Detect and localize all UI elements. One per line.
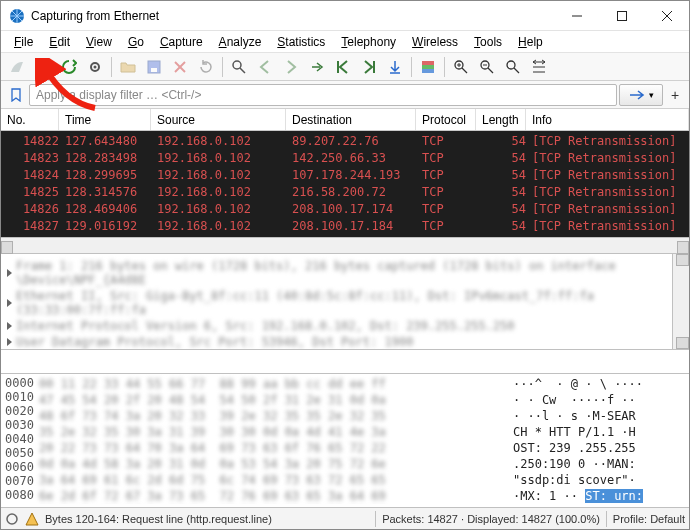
resize-columns-button[interactable] xyxy=(527,55,551,79)
menu-edit[interactable]: Edit xyxy=(42,33,77,51)
minimize-button[interactable] xyxy=(554,1,599,30)
menu-analyze[interactable]: Analyze xyxy=(212,33,269,51)
svg-rect-17 xyxy=(422,61,434,65)
zoom-in-button[interactable] xyxy=(449,55,473,79)
save-file-button[interactable] xyxy=(142,55,166,79)
go-first-button[interactable] xyxy=(331,55,355,79)
colorize-button[interactable] xyxy=(416,55,440,79)
column-time[interactable]: Time xyxy=(59,109,151,130)
packet-list-header: No. Time Source Destination Protocol Len… xyxy=(1,109,689,131)
toolbar-separator xyxy=(111,57,112,77)
status-ready-icon xyxy=(5,512,19,526)
capture-options-button[interactable] xyxy=(83,55,107,79)
svg-rect-19 xyxy=(422,69,434,73)
svg-rect-5 xyxy=(37,61,49,73)
arrow-right-icon xyxy=(283,59,299,75)
reload-button[interactable] xyxy=(194,55,218,79)
stop-icon xyxy=(35,59,51,75)
colorize-icon xyxy=(420,59,436,75)
column-no[interactable]: No. xyxy=(1,109,59,130)
menu-go[interactable]: Go xyxy=(121,33,151,51)
menu-telephony[interactable]: Telephony xyxy=(334,33,403,51)
svg-point-27 xyxy=(507,61,515,69)
filter-expression-button[interactable]: ▾ xyxy=(619,84,663,106)
display-filter-input[interactable] xyxy=(29,84,617,106)
autoscroll-icon xyxy=(387,59,403,75)
start-capture-button[interactable] xyxy=(5,55,29,79)
menu-view[interactable]: View xyxy=(79,33,119,51)
auto-scroll-button[interactable] xyxy=(383,55,407,79)
toolbar-separator xyxy=(411,57,412,77)
search-icon xyxy=(231,59,247,75)
column-protocol[interactable]: Protocol xyxy=(416,109,476,130)
zoom-reset-icon xyxy=(505,59,521,75)
packet-bytes-pane[interactable]: 000000100020003000400050006000700080 00 … xyxy=(1,374,689,504)
packet-list[interactable]: 14822127.643480192.168.0.10289.207.22.76… xyxy=(1,131,689,237)
menu-wireless[interactable]: Wireless xyxy=(405,33,465,51)
resize-columns-icon xyxy=(531,59,547,75)
close-file-button[interactable] xyxy=(168,55,192,79)
titlebar: Capturing from Ethernet xyxy=(1,1,689,31)
find-packet-button[interactable] xyxy=(227,55,251,79)
zoom-out-button[interactable] xyxy=(475,55,499,79)
restart-capture-button[interactable] xyxy=(57,55,81,79)
close-button[interactable] xyxy=(644,1,689,30)
app-icon xyxy=(9,8,25,24)
table-row[interactable]: 14826128.469406192.168.0.102208.100.17.1… xyxy=(1,201,689,218)
menu-help[interactable]: Help xyxy=(511,33,550,51)
save-icon xyxy=(146,59,162,75)
column-source[interactable]: Source xyxy=(151,109,286,130)
menu-tools[interactable]: Tools xyxy=(467,33,509,51)
svg-rect-9 xyxy=(151,68,157,72)
zoom-out-icon xyxy=(479,59,495,75)
svg-point-7 xyxy=(94,65,97,68)
table-row[interactable]: 14827129.016192192.168.0.102208.100.17.1… xyxy=(1,218,689,235)
details-scrollbar[interactable] xyxy=(672,254,689,349)
status-profile[interactable]: Profile: Default xyxy=(613,513,685,525)
add-filter-button[interactable]: + xyxy=(665,84,685,106)
go-last-button[interactable] xyxy=(357,55,381,79)
packet-list-scrollbar[interactable] xyxy=(1,237,689,254)
expert-info-icon[interactable] xyxy=(25,512,39,526)
pane-spacer xyxy=(1,350,689,374)
column-info[interactable]: Info xyxy=(526,109,689,130)
svg-point-12 xyxy=(233,61,241,69)
hex-bytes: 00 11 22 33 44 55 66 77 88 99 aa bb cc d… xyxy=(35,374,509,504)
details-row[interactable]: User Datagram Protocol, Src Port: 53946,… xyxy=(7,334,683,350)
go-first-icon xyxy=(335,59,351,75)
status-bar: Bytes 120-164: Request line (http.reques… xyxy=(1,507,689,529)
toolbar-separator xyxy=(222,57,223,77)
menubar: FileEditViewGoCaptureAnalyzeStatisticsTe… xyxy=(1,31,689,53)
details-row[interactable]: Internet Protocol Version 6, Src: 192.16… xyxy=(7,318,683,334)
table-row[interactable]: 14823128.283498192.168.0.102142.250.66.3… xyxy=(1,150,689,167)
details-row[interactable]: Ethernet II, Src: Giga-Byt_8f:cc:11 (40:… xyxy=(7,288,683,318)
svg-line-25 xyxy=(488,68,493,73)
filter-bar: ▾ + xyxy=(1,81,689,109)
svg-line-21 xyxy=(462,68,467,73)
maximize-button[interactable] xyxy=(599,1,644,30)
go-prev-button[interactable] xyxy=(253,55,277,79)
go-next-button[interactable] xyxy=(279,55,303,79)
stop-capture-button[interactable] xyxy=(31,55,55,79)
menu-capture[interactable]: Capture xyxy=(153,33,210,51)
svg-rect-2 xyxy=(617,11,626,20)
table-row[interactable]: 14825128.314576192.168.0.102216.58.200.7… xyxy=(1,184,689,201)
column-destination[interactable]: Destination xyxy=(286,109,416,130)
details-row[interactable]: Frame 1: 216 bytes on wire (1728 bits), … xyxy=(7,258,683,288)
packet-details-pane[interactable]: Frame 1: 216 bytes on wire (1728 bits), … xyxy=(1,254,689,350)
table-row[interactable]: 14824128.299695192.168.0.102107.178.244.… xyxy=(1,167,689,184)
gear-icon xyxy=(87,59,103,75)
hex-offsets: 000000100020003000400050006000700080 xyxy=(1,374,35,504)
menu-statistics[interactable]: Statistics xyxy=(270,33,332,51)
zoom-reset-button[interactable] xyxy=(501,55,525,79)
arrow-right-blue-icon xyxy=(628,89,648,101)
table-row[interactable]: 14822127.643480192.168.0.10289.207.22.76… xyxy=(1,133,689,150)
restart-icon xyxy=(61,59,77,75)
column-length[interactable]: Length xyxy=(476,109,526,130)
shark-fin-icon xyxy=(9,59,25,75)
open-file-button[interactable] xyxy=(116,55,140,79)
display-filter-bookmark-button[interactable] xyxy=(5,84,27,106)
status-path: Bytes 120-164: Request line (http.reques… xyxy=(45,513,272,525)
go-to-packet-button[interactable] xyxy=(305,55,329,79)
menu-file[interactable]: File xyxy=(7,33,40,51)
